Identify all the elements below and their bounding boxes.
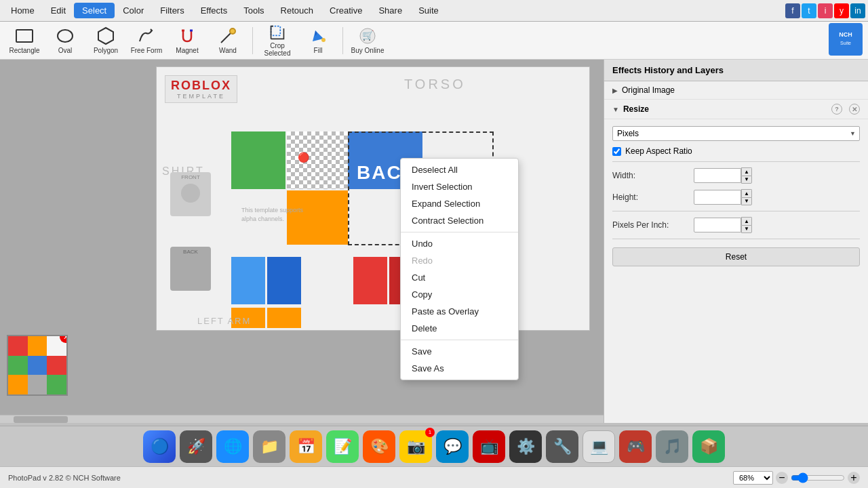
linkedin-icon[interactable]: in [850,3,865,18]
thumbnail-image [8,336,66,394]
dock-app12[interactable]: 📦 [692,430,725,463]
twitter-icon[interactable]: t [802,3,816,18]
toolbar: Rectangle Oval Polygon Free Form Magnet [0,22,868,60]
svg-marker-2 [98,28,113,44]
resize-item[interactable]: ▼ Resize ? ✕ [604,100,868,119]
dock-app5[interactable]: 💬 [436,430,469,463]
canvas-area[interactable]: ROBLOX TEMPLATE TORSO SHIRT FRONT BACK [0,60,604,423]
freeform-label: Free Form [131,47,163,54]
dock-finder[interactable]: 🔵 [143,430,176,463]
ctx-cut[interactable]: Cut [401,269,518,286]
rectangle-label: Rectangle [9,47,39,54]
menu-creative[interactable]: Creative [321,3,370,18]
width-increment-btn[interactable]: ▲ [741,167,752,176]
dock-calendar[interactable]: 📅 [290,430,322,463]
height-decrement-btn[interactable]: ▼ [741,197,752,205]
height-input[interactable]: 559 [694,190,741,205]
dock-app10[interactable]: 🎮 [619,430,652,463]
buy-online-btn[interactable]: 🛒 Buy Online [349,24,387,57]
menu-tools[interactable]: Tools [235,3,272,18]
menu-retouch[interactable]: Retouch [273,3,321,18]
horizontal-scrollbar[interactable] [0,415,604,423]
ppi-stepper: 300 ▲ ▼ [694,217,752,233]
thumbnail-panel: ✕ [7,335,68,396]
freeform-tool-btn[interactable]: Free Form [127,24,165,57]
svg-point-6 [230,28,235,34]
ctx-undo[interactable]: Undo [401,235,518,252]
menu-edit[interactable]: Edit [43,3,74,18]
height-stepper-btns: ▲ ▼ [741,189,752,205]
zoom-slider[interactable] [791,472,845,483]
magnet-tool-btn[interactable]: Magnet [168,24,206,57]
ctx-deselect-all[interactable]: Deselect All [401,161,518,178]
dock-safari[interactable]: 🌐 [216,430,249,463]
oval-tool-btn[interactable]: Oval [46,24,84,57]
wand-tool-btn[interactable]: Wand [209,24,247,57]
youtube-icon[interactable]: y [834,3,849,18]
template-description: This template supportsalpha channels. [241,206,350,223]
ppi-stepper-btns: ▲ ▼ [741,217,752,233]
ctx-delete[interactable]: Delete [401,320,518,337]
dock-app11[interactable]: 🎵 [656,430,688,463]
zoom-in-btn[interactable]: + [848,472,860,484]
dock-app6[interactable]: 📺 [473,430,505,463]
right-panel: Effects History and Layers ▶ Original Im… [604,60,868,423]
dock-app8[interactable]: 🔧 [546,430,578,463]
menu-share[interactable]: Share [370,3,410,18]
svg-text:NCH: NCH [839,31,852,38]
height-increment-btn[interactable]: ▲ [741,189,752,197]
original-image-item[interactable]: ▶ Original Image [604,81,868,100]
crop-tool-btn[interactable]: Crop Selected [258,24,296,57]
svg-point-1 [58,30,73,42]
instagram-icon[interactable]: i [818,3,833,18]
resize-divider-3 [612,239,860,239]
svg-text:Suite: Suite [840,41,851,45]
dock-app4[interactable]: 📷 1 [399,430,432,463]
ctx-paste-overlay[interactable]: Paste as Overlay [401,303,518,320]
ctx-save-as[interactable]: Save As [401,360,518,377]
width-label: Width: [612,171,694,180]
dock-app7[interactable]: ⚙️ [509,430,542,463]
menu-color[interactable]: Color [115,3,152,18]
ctx-invert-selection[interactable]: Invert Selection [401,178,518,195]
menu-filters[interactable]: Filters [152,3,192,18]
pixels-select[interactable]: Pixels Percent Inches Centimeters [612,126,860,141]
menu-home[interactable]: Home [3,3,43,18]
keep-aspect-row: Keep Aspect Ratio [612,146,860,156]
ppi-input[interactable]: 300 [694,218,741,232]
ctx-copy[interactable]: Copy [401,286,518,303]
keep-aspect-checkbox[interactable] [612,147,621,156]
reset-button[interactable]: Reset [612,247,860,266]
zoom-out-btn[interactable]: − [776,472,788,484]
resize-info-icon[interactable]: ? [831,104,842,115]
dock-app1[interactable]: 📁 [253,430,285,463]
menu-select[interactable]: Select [74,3,115,18]
fill-tool-btn[interactable]: Fill [299,24,337,57]
ctx-contract-selection[interactable]: Contract Selection [401,212,518,229]
resize-close-icon[interactable]: ✕ [849,104,860,115]
pixels-row: Pixels Percent Inches Centimeters [612,126,860,141]
width-row: Width: 585 ▲ ▼ [612,167,860,184]
ctx-redo: Redo [401,252,518,269]
rectangle-tool-btn[interactable]: Rectangle [5,24,43,57]
menu-effects[interactable]: Effects [193,3,236,18]
orange-bottom-2 [267,308,301,328]
facebook-icon[interactable]: f [785,3,800,18]
ppi-decrement-btn[interactable]: ▼ [741,225,752,233]
dock-app2[interactable]: 📝 [326,430,359,463]
ctx-expand-selection[interactable]: Expand Selection [401,195,518,212]
dock-app9[interactable]: 💻 [583,430,615,463]
buy-online-label: Buy Online [351,47,384,54]
polygon-label: Polygon [94,47,118,54]
width-decrement-btn[interactable]: ▼ [741,176,752,184]
polygon-tool-btn[interactable]: Polygon [87,24,125,57]
width-stepper-btns: ▲ ▼ [741,167,752,184]
height-label: Height: [612,192,694,202]
dock-app3[interactable]: 🎨 [363,430,395,463]
menu-suite[interactable]: Suite [410,3,447,18]
ppi-increment-btn[interactable]: ▲ [741,217,752,225]
ctx-save[interactable]: Save [401,343,518,360]
dock-launchpad[interactable]: 🚀 [180,430,212,463]
width-input[interactable]: 585 [694,168,741,183]
zoom-select[interactable]: 68% 50% 75% 100% 150% 200% [733,471,773,485]
